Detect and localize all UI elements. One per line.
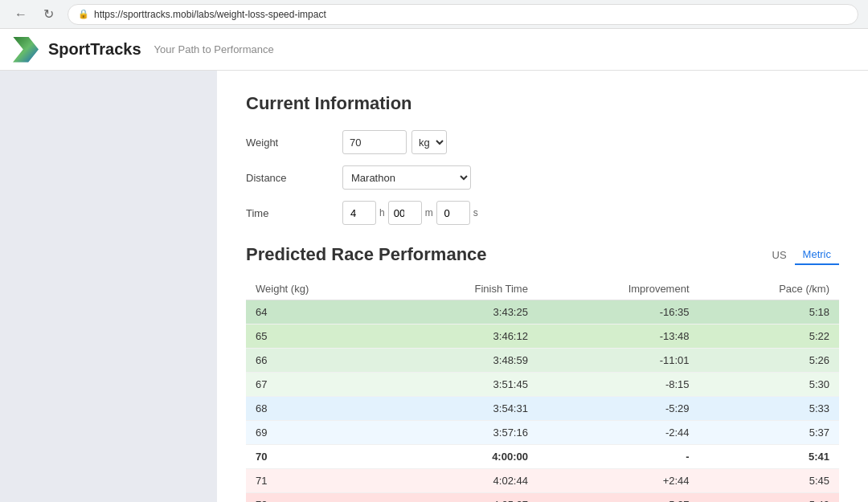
cell-improvement: -8:15 xyxy=(538,373,699,397)
site-name: SportTracks xyxy=(48,40,141,59)
hours-label: h xyxy=(379,207,385,218)
cell-pace: 5:18 xyxy=(699,300,839,324)
col-pace: Pace (/km) xyxy=(699,278,839,300)
browser-nav-buttons: ← ↻ xyxy=(10,3,59,26)
table-row: 693:57:16-2:445:37 xyxy=(246,421,839,445)
cell-finish: 4:02:44 xyxy=(391,469,538,493)
table-row: 683:54:31-5:295:33 xyxy=(246,397,839,421)
cell-improvement: +2:44 xyxy=(538,469,699,493)
cell-finish: 3:57:16 xyxy=(391,421,538,445)
header-row: Weight (kg) Finish Time Improvement Pace… xyxy=(246,278,839,300)
cell-weight: 69 xyxy=(246,421,391,445)
cell-weight: 65 xyxy=(246,324,391,349)
cell-pace: 5:33 xyxy=(699,397,839,421)
unit-toggle: US Metric xyxy=(764,245,839,265)
reload-button[interactable]: ↻ xyxy=(37,3,59,26)
weight-input[interactable] xyxy=(342,130,407,154)
cell-pace: 5:45 xyxy=(699,469,839,493)
cell-improvement: -2:44 xyxy=(538,421,699,445)
table-row: 643:43:25-16:355:18 xyxy=(246,300,839,324)
time-input-group: h m s xyxy=(342,201,478,225)
site-tagline: Your Path to Performance xyxy=(154,43,274,55)
table-row: 653:46:12-13:485:22 xyxy=(246,324,839,349)
predicted-title: Predicted Race Performance xyxy=(246,244,487,265)
cell-improvement: -13:48 xyxy=(538,324,699,349)
predicted-section: Predicted Race Performance US Metric Wei… xyxy=(246,244,839,502)
toggle-metric-button[interactable]: Metric xyxy=(795,245,839,265)
col-weight: Weight (kg) xyxy=(246,278,391,300)
distance-select[interactable]: Marathon Half Marathon 10K 5K xyxy=(342,165,471,190)
weight-controls: kg lb xyxy=(342,130,447,154)
time-seconds-input[interactable] xyxy=(436,201,470,225)
cell-finish: 4:00:00 xyxy=(391,445,538,469)
time-hours-input[interactable] xyxy=(342,201,376,225)
cell-weight: 64 xyxy=(246,300,391,324)
address-bar[interactable]: 🔒 https://sporttracks.mobi/labs/weight-l… xyxy=(68,4,858,25)
cell-pace: 5:41 xyxy=(699,445,839,469)
logo-mark xyxy=(13,37,39,63)
col-finish: Finish Time xyxy=(391,278,538,300)
cell-weight: 66 xyxy=(246,349,391,373)
cell-finish: 3:51:45 xyxy=(391,373,538,397)
minutes-label: m xyxy=(425,207,433,218)
current-info-section: Current Information Weight kg lb Distanc… xyxy=(246,93,839,225)
cell-improvement: -16:35 xyxy=(538,300,699,324)
site-header: SportTracks Your Path to Performance xyxy=(0,29,868,71)
cell-pace: 5:49 xyxy=(699,493,839,503)
distance-label: Distance xyxy=(246,172,342,184)
cell-finish: 4:05:27 xyxy=(391,493,538,503)
cell-weight: 70 xyxy=(246,445,391,469)
table-row: 673:51:45-8:155:30 xyxy=(246,373,839,397)
cell-improvement: -5:29 xyxy=(538,397,699,421)
performance-table: Weight (kg) Finish Time Improvement Pace… xyxy=(246,278,839,502)
cell-improvement: - xyxy=(538,445,699,469)
table-body: 643:43:25-16:355:18653:46:12-13:485:2266… xyxy=(246,300,839,503)
col-improvement: Improvement xyxy=(538,278,699,300)
cell-weight: 71 xyxy=(246,469,391,493)
table-row: 724:05:27+5:275:49 xyxy=(246,493,839,503)
cell-weight: 68 xyxy=(246,397,391,421)
toggle-us-button[interactable]: US xyxy=(764,246,795,264)
lock-icon: 🔒 xyxy=(78,9,89,19)
weight-row: Weight kg lb xyxy=(246,130,839,154)
current-info-title: Current Information xyxy=(246,93,839,114)
table-row: 714:02:44+2:445:45 xyxy=(246,469,839,493)
table-row: 704:00:00-5:41 xyxy=(246,445,839,469)
cell-pace: 5:22 xyxy=(699,324,839,349)
time-row: Time h m s xyxy=(246,201,839,225)
predicted-header: Predicted Race Performance US Metric xyxy=(246,244,839,265)
sidebar xyxy=(0,71,217,502)
cell-finish: 3:43:25 xyxy=(391,300,538,324)
browser-chrome: ← ↻ 🔒 https://sporttracks.mobi/labs/weig… xyxy=(0,0,868,29)
cell-finish: 3:46:12 xyxy=(391,324,538,349)
weight-label: Weight xyxy=(246,137,342,149)
cell-finish: 3:48:59 xyxy=(391,349,538,373)
cell-pace: 5:26 xyxy=(699,349,839,373)
table-row: 663:48:59-11:015:26 xyxy=(246,349,839,373)
main-content: Current Information Weight kg lb Distanc… xyxy=(217,71,868,502)
cell-weight: 67 xyxy=(246,373,391,397)
distance-row: Distance Marathon Half Marathon 10K 5K xyxy=(246,165,839,190)
time-minutes-input[interactable] xyxy=(388,201,422,225)
cell-pace: 5:30 xyxy=(699,373,839,397)
page-layout: Current Information Weight kg lb Distanc… xyxy=(0,71,868,502)
cell-pace: 5:37 xyxy=(699,421,839,445)
cell-finish: 3:54:31 xyxy=(391,397,538,421)
seconds-label: s xyxy=(473,207,478,218)
weight-unit-select[interactable]: kg lb xyxy=(411,130,447,154)
cell-improvement: -11:01 xyxy=(538,349,699,373)
distance-controls: Marathon Half Marathon 10K 5K xyxy=(342,165,471,190)
cell-improvement: +5:27 xyxy=(538,493,699,503)
cell-weight: 72 xyxy=(246,493,391,503)
time-label: Time xyxy=(246,207,342,219)
url-text: https://sporttracks.mobi/labs/weight-los… xyxy=(94,9,326,20)
back-button[interactable]: ← xyxy=(10,3,32,26)
table-header: Weight (kg) Finish Time Improvement Pace… xyxy=(246,278,839,300)
